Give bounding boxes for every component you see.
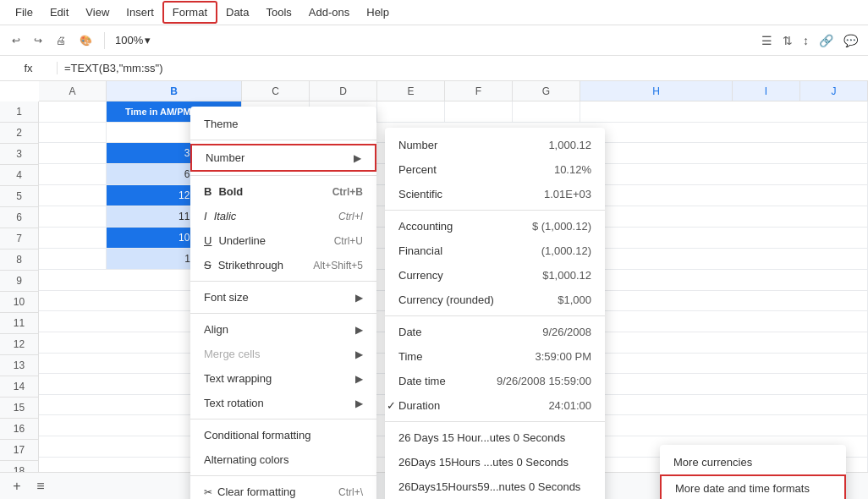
cell-a2[interactable] bbox=[39, 123, 107, 143]
num-item-days1[interactable]: 26 Days 15 Hour...utes 0 Seconds bbox=[385, 425, 605, 450]
format-divider-1 bbox=[190, 140, 376, 140]
print-button[interactable]: 🖨 bbox=[51, 31, 71, 50]
cell-a6[interactable] bbox=[39, 206, 107, 227]
zoom-control[interactable]: 100% ▾ bbox=[112, 32, 154, 48]
col-header-j[interactable]: J bbox=[800, 81, 868, 101]
format-align[interactable]: Align ▶ bbox=[190, 317, 376, 342]
cell-a3[interactable] bbox=[39, 143, 107, 163]
formula-bar: fx =TEXT(B3,"mm:ss") bbox=[0, 56, 868, 81]
num-item-days3[interactable]: 26Days15Hours59...nutes 0 Seconds bbox=[385, 474, 605, 499]
format-alternating[interactable]: Alternating colors bbox=[190, 447, 376, 472]
comment-icon[interactable]: 💬 bbox=[840, 34, 861, 47]
menu-format[interactable]: Format bbox=[162, 1, 217, 24]
format-underline[interactable]: U Underline Ctrl+U bbox=[190, 228, 376, 253]
col-header-g[interactable]: G bbox=[513, 81, 580, 101]
column-headers: A B C D E F G H I J bbox=[39, 81, 868, 101]
num-item-currency-rounded[interactable]: Currency (rounded) $1,000 bbox=[385, 288, 605, 312]
cell-h1[interactable] bbox=[580, 101, 868, 122]
col-header-d[interactable]: D bbox=[310, 81, 377, 101]
num-item-financial[interactable]: Financial (1,000.12) bbox=[385, 239, 605, 263]
row-header-7[interactable]: 7 bbox=[0, 228, 38, 250]
bold-b-label: B bbox=[204, 185, 212, 198]
row-header-5[interactable]: 5 bbox=[0, 186, 38, 207]
number-submenu: Number 1,000.12 Percent 10.12% Scientifi… bbox=[385, 128, 605, 499]
format-text-wrapping[interactable]: Text wrapping ▶ bbox=[190, 366, 376, 391]
row-header-6[interactable]: 6 bbox=[0, 207, 38, 228]
menu-view[interactable]: View bbox=[77, 3, 118, 22]
col-header-c[interactable]: C bbox=[242, 81, 310, 101]
num-item-days2[interactable]: 26Days 15Hours ...utes 0 Seconds bbox=[385, 450, 605, 474]
menu-data[interactable]: Data bbox=[217, 3, 257, 22]
rotate-icon[interactable]: ↕ bbox=[799, 34, 812, 47]
cell-a5[interactable] bbox=[39, 185, 107, 206]
paint-button[interactable]: 🎨 bbox=[74, 31, 97, 50]
row-header-9[interactable]: 9 bbox=[0, 271, 38, 292]
format-font-size[interactable]: Font size ▶ bbox=[190, 285, 376, 310]
format-strikethrough[interactable]: S Strikethrough Alt+Shift+5 bbox=[190, 253, 376, 277]
format-bold[interactable]: B Bold Ctrl+B bbox=[190, 179, 376, 204]
row-header-11[interactable]: 11 bbox=[0, 313, 38, 334]
row-header-2[interactable]: 2 bbox=[0, 123, 38, 144]
format-conditional[interactable]: Conditional formatting bbox=[190, 423, 376, 447]
menu-file[interactable]: File bbox=[7, 3, 41, 22]
num-item-date[interactable]: Date 9/26/2008 bbox=[385, 320, 605, 344]
redo-button[interactable]: ↪ bbox=[29, 31, 47, 50]
row-header-8[interactable]: 8 bbox=[0, 250, 38, 271]
row-header-14[interactable]: 14 bbox=[0, 376, 38, 398]
cell-a1[interactable] bbox=[39, 101, 107, 122]
menu-edit[interactable]: Edit bbox=[41, 3, 77, 22]
row-header-17[interactable]: 17 bbox=[0, 440, 38, 461]
row-header-13[interactable]: 13 bbox=[0, 355, 38, 376]
col-header-f[interactable]: F bbox=[445, 81, 513, 101]
num-divider-3 bbox=[385, 421, 605, 422]
align-icon[interactable]: ☰ bbox=[758, 34, 776, 47]
col-header-i[interactable]: I bbox=[733, 81, 800, 101]
format-number[interactable]: Number ▶ bbox=[190, 144, 376, 172]
menu-tools[interactable]: Tools bbox=[257, 3, 299, 22]
format-merge[interactable]: Merge cells ▶ bbox=[190, 342, 376, 366]
col-header-a[interactable]: A bbox=[39, 81, 107, 101]
row-header-3[interactable]: 3 bbox=[0, 144, 38, 165]
col-header-h[interactable]: H bbox=[580, 81, 733, 101]
col-header-e[interactable]: E bbox=[377, 81, 445, 101]
row-header-1[interactable]: 1 bbox=[0, 101, 38, 123]
cell-e1[interactable] bbox=[377, 101, 445, 122]
format-text-rotation[interactable]: Text rotation ▶ bbox=[190, 391, 376, 415]
format-divider-2 bbox=[190, 175, 376, 176]
cell-a8[interactable] bbox=[39, 249, 107, 269]
row-header-4[interactable]: 4 bbox=[0, 165, 38, 186]
valign-icon[interactable]: ⇅ bbox=[779, 34, 796, 47]
format-theme[interactable]: Theme bbox=[190, 112, 376, 136]
num-item-time[interactable]: Time 3:59:00 PM bbox=[385, 344, 605, 369]
zoom-value: 100% bbox=[115, 34, 143, 47]
num-item-accounting[interactable]: Accounting $ (1,000.12) bbox=[385, 214, 605, 239]
num-item-datetime[interactable]: Date time 9/26/2008 15:59:00 bbox=[385, 369, 605, 393]
dt-more-currencies[interactable]: More currencies bbox=[660, 450, 846, 474]
row-header-16[interactable]: 16 bbox=[0, 419, 38, 440]
cell-a4[interactable] bbox=[39, 164, 107, 184]
datetime-submenu: More currencies More date and time forma… bbox=[660, 445, 846, 499]
num-item-percent[interactable]: Percent 10.12% bbox=[385, 157, 605, 182]
menu-help[interactable]: Help bbox=[358, 3, 398, 22]
add-sheet-button[interactable]: + bbox=[7, 476, 27, 496]
row-header-12[interactable]: 12 bbox=[0, 334, 38, 355]
link-icon[interactable]: 🔗 bbox=[816, 34, 837, 47]
menu-addons[interactable]: Add-ons bbox=[300, 3, 358, 22]
col-header-b[interactable]: B bbox=[107, 81, 242, 101]
format-clear[interactable]: ✂ Clear formatting Ctrl+\ bbox=[190, 480, 376, 499]
dt-more-datetime[interactable]: More date and time formats bbox=[660, 474, 846, 499]
cell-a7[interactable] bbox=[39, 228, 107, 248]
row-header-10[interactable]: 10 bbox=[0, 292, 38, 313]
num-item-scientific[interactable]: Scientific 1.01E+03 bbox=[385, 182, 605, 206]
undo-button[interactable]: ↩ bbox=[7, 31, 25, 50]
sheet-menu-button[interactable]: ≡ bbox=[30, 476, 51, 496]
num-item-number[interactable]: Number 1,000.12 bbox=[385, 133, 605, 157]
cell-g1[interactable] bbox=[513, 101, 580, 122]
formula-text: =TEXT(B3,"mm:ss") bbox=[64, 62, 163, 74]
format-italic[interactable]: I Italic Ctrl+I bbox=[190, 204, 376, 228]
num-item-duration[interactable]: Duration 24:01:00 bbox=[385, 393, 605, 418]
num-item-currency[interactable]: Currency $1,000.12 bbox=[385, 263, 605, 288]
row-header-15[interactable]: 15 bbox=[0, 398, 38, 419]
cell-f1[interactable] bbox=[445, 101, 513, 122]
menu-insert[interactable]: Insert bbox=[118, 3, 162, 22]
